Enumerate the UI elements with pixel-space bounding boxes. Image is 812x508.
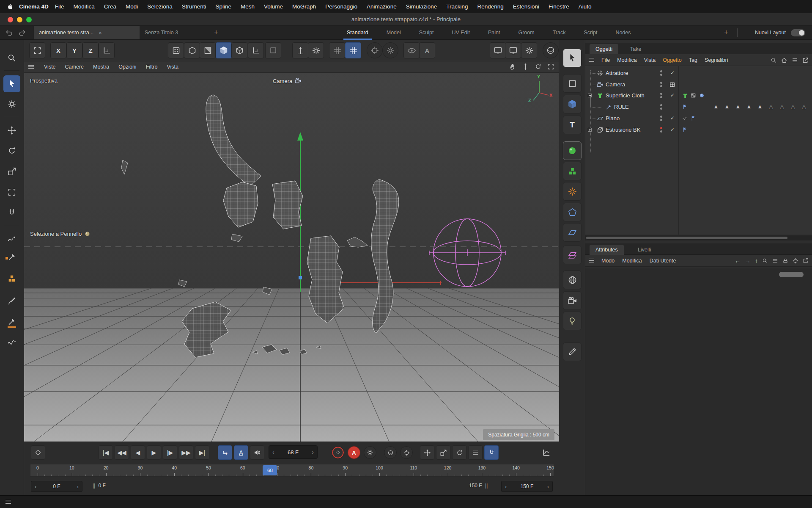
menubar-item[interactable]: Estensioni: [508, 3, 544, 10]
cube-primitive-button[interactable]: [563, 95, 582, 113]
tab-attributes[interactable]: Attributes: [590, 245, 624, 255]
cloth-tag-icon[interactable]: [682, 92, 688, 99]
knife-tool-button[interactable]: [3, 248, 20, 265]
tab-take[interactable]: Take: [624, 44, 647, 54]
history-back-icon[interactable]: ←: [735, 257, 741, 264]
workplane-button[interactable]: [29, 42, 45, 58]
attributes-scroll-pill[interactable]: [779, 272, 804, 277]
phong-tag-icon[interactable]: [682, 104, 688, 110]
viewport-menu-item[interactable]: Viste: [44, 64, 56, 70]
pen-tool-button[interactable]: [3, 313, 20, 330]
perspective-viewport[interactable]: Viste Camere Mostra Opzioni Filtro Vista: [24, 61, 559, 442]
phong-tag-icon[interactable]: [690, 115, 697, 121]
object-name[interactable]: RULE: [614, 104, 629, 110]
viewport-menu-item[interactable]: Vista: [167, 64, 178, 70]
object-row-camera[interactable]: Camera: [585, 79, 812, 90]
attributes-menu-item[interactable]: Modo: [601, 258, 614, 264]
target-icon[interactable]: [793, 258, 798, 264]
range-end-spinner[interactable]: ‹ 150 F ›: [501, 481, 553, 492]
fcurve-editor-button[interactable]: [539, 445, 554, 460]
om-menu-item[interactable]: Segnalibri: [705, 57, 728, 63]
dolly-view-icon[interactable]: [522, 63, 529, 70]
volume-object-button[interactable]: [563, 203, 582, 221]
timeline-ruler[interactable]: 010203040506070809010011012013014015068: [30, 464, 554, 477]
object-row-rule[interactable]: RULE ▲▲▲▲▲△△△△: [585, 102, 812, 113]
transform-tool-button[interactable]: [3, 184, 20, 201]
viewport-scene[interactable]: [24, 73, 559, 442]
increment-icon[interactable]: ›: [77, 483, 79, 490]
pan-view-icon[interactable]: [509, 63, 516, 70]
playhead[interactable]: 68: [263, 465, 277, 475]
filter-list-icon[interactable]: [772, 258, 778, 264]
keyframe-settings-button[interactable]: [364, 446, 376, 459]
loop-playback-button[interactable]: ⇆: [218, 445, 232, 460]
visibility-dots[interactable]: [660, 70, 662, 76]
coordinate-system-button[interactable]: [99, 42, 115, 58]
filter-list-icon[interactable]: [792, 57, 798, 64]
object-name[interactable]: Piano: [606, 115, 620, 121]
transport-button[interactable]: |▶: [163, 445, 177, 460]
sketch-spline-tool-button[interactable]: [3, 334, 20, 351]
menubar-item[interactable]: Simulazione: [401, 3, 442, 10]
render-picture-viewer-button[interactable]: [505, 42, 521, 58]
document-tab[interactable]: Senza Titolo 3: [140, 26, 203, 39]
instance-object-button[interactable]: [563, 246, 582, 264]
menubar-item[interactable]: MoGraph: [288, 3, 321, 10]
selection-settings-button[interactable]: [3, 96, 20, 113]
menubar-item[interactable]: Mesh: [236, 3, 259, 10]
status-menu-icon[interactable]: [5, 500, 11, 504]
object-name[interactable]: Camera: [606, 81, 625, 88]
record-rotation-button[interactable]: [452, 445, 466, 460]
current-frame-field[interactable]: ‹ 68 F ›: [269, 445, 318, 459]
simulation-object-button[interactable]: [563, 141, 582, 160]
menubar-item[interactable]: Spline: [211, 3, 236, 10]
menubar-item[interactable]: Rendering: [472, 3, 508, 10]
add-document-tab-button[interactable]: +: [214, 28, 218, 36]
frame-decrement-icon[interactable]: ‹: [272, 449, 274, 456]
range-start-spinner[interactable]: ‹ 0 F ›: [31, 481, 82, 492]
model-mode-button[interactable]: [200, 42, 216, 58]
layout-tab[interactable]: Sculpt: [419, 30, 434, 36]
transport-button[interactable]: |◀: [99, 445, 113, 460]
keyframe-marker-filled[interactable]: ▲: [710, 103, 721, 110]
material-editor-button[interactable]: [563, 342, 582, 361]
transport-button[interactable]: ▶: [147, 445, 161, 460]
autokey-button[interactable]: A: [348, 446, 360, 459]
smear-brush-tool-button[interactable]: [3, 230, 20, 247]
keyframe-marker-outline[interactable]: △: [798, 103, 809, 110]
menubar-item[interactable]: Crea: [99, 3, 121, 10]
cloner-object-button[interactable]: [563, 162, 582, 180]
viewport-menu-item[interactable]: Filtro: [146, 64, 158, 70]
om-menu-item[interactable]: Modifica: [617, 57, 637, 63]
points-mode-button[interactable]: [168, 42, 184, 58]
enabled-check-icon[interactable]: ✓: [670, 70, 675, 76]
plane-primitive-button[interactable]: [563, 74, 582, 93]
spline-tag-icon[interactable]: [682, 115, 688, 121]
keyframe-markers[interactable]: ▲▲▲▲▲△△△△: [710, 103, 809, 110]
tab-livelli[interactable]: Livelli: [632, 245, 657, 255]
menubar-item[interactable]: Strumenti: [177, 3, 211, 10]
keyframe-marker-filled[interactable]: ▲: [721, 103, 732, 110]
visibility-dots[interactable]: [660, 127, 662, 133]
keyframe-marker-filled[interactable]: ▲: [754, 103, 765, 110]
view-name-label[interactable]: Prospettiva: [30, 77, 58, 84]
viewport-menu-icon[interactable]: [28, 65, 34, 69]
selection-palette-button[interactable]: [563, 49, 582, 67]
menubar-item[interactable]: Seleziona: [143, 3, 177, 10]
mograph-clones-tool-button[interactable]: [3, 270, 20, 287]
record-objects-button[interactable]: [384, 446, 397, 459]
menubar-item[interactable]: File: [50, 3, 69, 10]
toggle-view-icon[interactable]: [547, 63, 554, 70]
axis-y-button[interactable]: Y: [66, 42, 82, 58]
autokey-toolbar-button[interactable]: A: [419, 42, 435, 58]
texture-mode-button[interactable]: [265, 42, 281, 58]
frame-increment-icon[interactable]: ›: [312, 449, 314, 456]
text-object-button[interactable]: T: [563, 116, 582, 134]
apple-menu-icon[interactable]: [7, 3, 14, 10]
visibility-dots[interactable]: [660, 116, 662, 121]
enabled-check-icon[interactable]: ✓: [670, 127, 675, 133]
object-name[interactable]: Estrusione BK: [606, 127, 640, 133]
tab-oggetti[interactable]: Oggetti: [590, 44, 618, 54]
layout-tab[interactable]: Track: [553, 30, 566, 36]
new-layout-label[interactable]: Nuovi Layout: [755, 30, 786, 36]
